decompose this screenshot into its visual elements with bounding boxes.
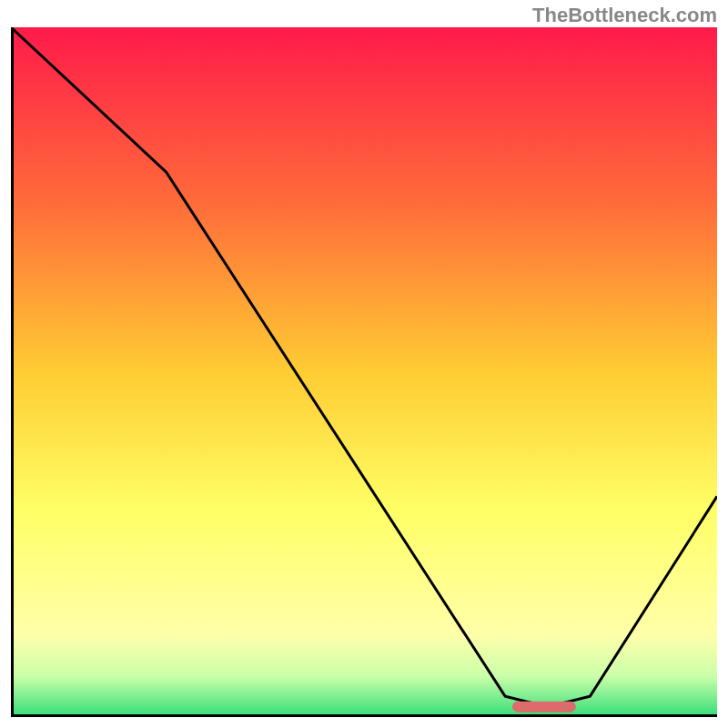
optimal-marker — [512, 702, 576, 713]
chart-container: TheBottleneck.com — [0, 0, 728, 728]
chart-svg — [11, 27, 717, 717]
gradient-background — [11, 27, 717, 717]
watermark-text: TheBottleneck.com — [532, 4, 717, 27]
chart-area — [11, 27, 717, 717]
